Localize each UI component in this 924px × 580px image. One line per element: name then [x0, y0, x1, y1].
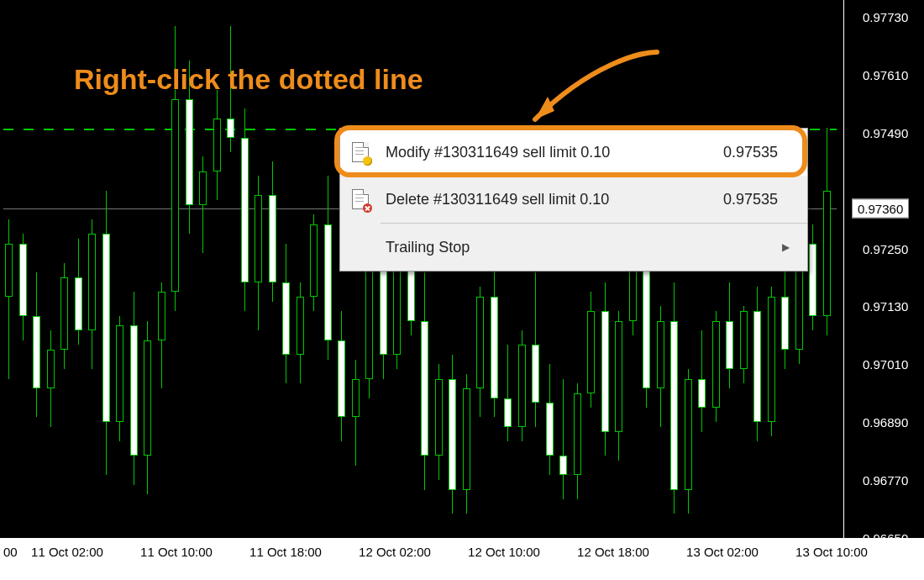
x-tick: 12 Oct 02:00: [359, 545, 431, 559]
annotation-text: Right-click the dotted line: [74, 63, 423, 96]
menu-item-modify-order[interactable]: Modify #130311649 sell limit 0.10 0.9753…: [340, 129, 807, 176]
x-tick: 12 Oct 18:00: [577, 545, 649, 559]
y-tick: 0.97730: [863, 11, 908, 24]
y-tick: 0.97250: [863, 242, 908, 255]
menu-item-price: 0.97535: [723, 144, 807, 161]
y-tick: 0.97610: [863, 68, 908, 81]
document-delete-icon: [340, 189, 381, 209]
document-modify-icon: [340, 142, 381, 162]
y-tick: 0.97010: [863, 358, 908, 371]
x-axis: 0011 Oct 02:0011 Oct 10:0011 Oct 18:0012…: [0, 538, 924, 580]
x-tick: 11 Oct 18:00: [249, 545, 322, 559]
menu-item-label: Trailing Stop: [381, 239, 782, 256]
y-tick: 0.96890: [863, 416, 908, 429]
current-price-marker: 0.97360: [852, 199, 909, 219]
x-tick: 13 Oct 02:00: [686, 545, 759, 559]
menu-item-label: Modify #130311649 sell limit 0.10: [381, 144, 723, 161]
menu-item-label: Delete #130311649 sell limit 0.10: [381, 191, 723, 208]
y-tick: 0.97490: [863, 126, 908, 139]
menu-item-price: 0.97535: [723, 191, 807, 208]
x-tick: 00: [3, 545, 18, 559]
menu-item-trailing-stop[interactable]: Trailing Stop ▶: [340, 224, 807, 271]
y-tick: 0.97130: [863, 300, 908, 313]
x-tick: 11 Oct 10:00: [140, 545, 213, 559]
menu-item-delete-order[interactable]: Delete #130311649 sell limit 0.10 0.9753…: [340, 176, 807, 223]
submenu-caret-icon: ▶: [782, 241, 807, 253]
y-tick: 0.96770: [863, 474, 908, 487]
y-axis: 0.977300.976100.974900.972500.971300.970…: [844, 0, 924, 538]
context-menu: Modify #130311649 sell limit 0.10 0.9753…: [339, 128, 808, 272]
x-tick: 13 Oct 10:00: [795, 545, 868, 559]
x-tick: 11 Oct 02:00: [31, 545, 103, 559]
x-tick: 12 Oct 10:00: [468, 545, 540, 559]
